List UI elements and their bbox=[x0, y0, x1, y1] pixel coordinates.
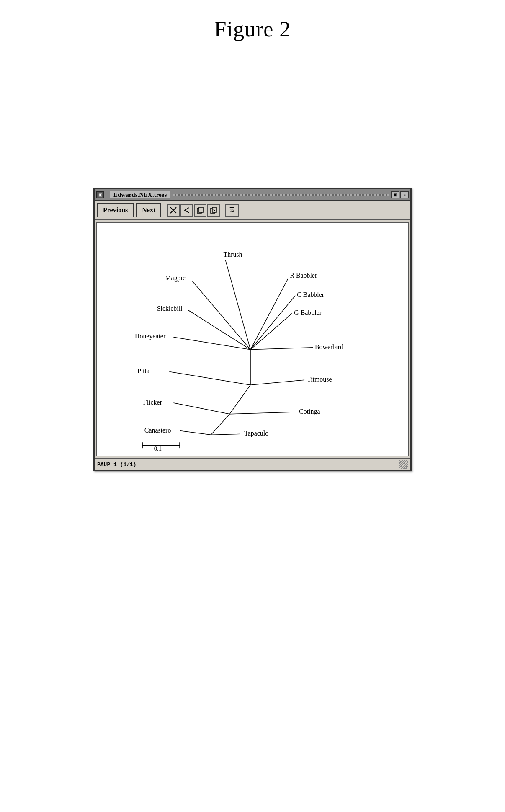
svg-text:Magpie: Magpie bbox=[165, 274, 186, 282]
arrow-icon-button[interactable] bbox=[180, 204, 193, 217]
status-text: PAUP_1 (1/1) bbox=[97, 461, 137, 468]
collapse-button[interactable]: ≡ bbox=[400, 191, 409, 198]
window-icon: ▣ bbox=[96, 191, 104, 198]
svg-text:Tapaculo: Tapaculo bbox=[244, 430, 268, 437]
svg-line-17 bbox=[250, 380, 304, 385]
svg-text:C Babbler: C Babbler bbox=[297, 291, 325, 298]
title-bar-left: ▣ bbox=[96, 191, 110, 198]
svg-text:Titmouse: Titmouse bbox=[307, 376, 332, 383]
next-button[interactable]: Next bbox=[136, 203, 161, 217]
svg-line-21 bbox=[211, 414, 230, 435]
tree-area: Thrush Magpie R Babbler C Babbler Sickle… bbox=[96, 222, 409, 456]
svg-text:0.1: 0.1 bbox=[154, 445, 162, 452]
svg-line-18 bbox=[229, 385, 250, 414]
svg-text:Thrush: Thrush bbox=[224, 251, 242, 258]
svg-line-16 bbox=[169, 371, 250, 385]
svg-text:Flicker: Flicker bbox=[143, 399, 162, 406]
svg-text:G Babbler: G Babbler bbox=[294, 309, 322, 316]
svg-rect-3 bbox=[199, 207, 203, 212]
number-button[interactable]: 12 bbox=[225, 204, 239, 217]
toolbar-icon-group bbox=[167, 204, 220, 217]
svg-line-9 bbox=[250, 279, 288, 350]
title-bar-lines-right bbox=[173, 194, 389, 196]
number-label: 12 bbox=[230, 208, 234, 213]
svg-line-22 bbox=[180, 430, 211, 435]
svg-text:Pitta: Pitta bbox=[137, 367, 149, 374]
svg-text:Bowerbird: Bowerbird bbox=[315, 343, 343, 351]
svg-line-12 bbox=[250, 313, 292, 349]
svg-line-10 bbox=[250, 296, 295, 350]
phylogenetic-tree: Thrush Magpie R Babbler C Babbler Sickle… bbox=[97, 223, 408, 456]
svg-line-19 bbox=[173, 403, 229, 414]
paste-icon-button[interactable] bbox=[207, 204, 220, 217]
window: ▣ Edwards.NEX.trees ▣ ≡ Previous Next bbox=[93, 188, 412, 471]
window-title: Edwards.NEX.trees bbox=[110, 191, 170, 199]
toolbar: Previous Next bbox=[95, 201, 410, 220]
copy-icon-button[interactable] bbox=[194, 204, 206, 217]
resize-handle[interactable] bbox=[399, 460, 408, 469]
svg-text:Sicklebill: Sicklebill bbox=[157, 305, 183, 312]
svg-text:R Babbler: R Babbler bbox=[290, 272, 317, 279]
svg-text:Honeyeater: Honeyeater bbox=[135, 333, 166, 340]
title-bar-controls: ▣ ≡ bbox=[391, 191, 409, 198]
svg-line-14 bbox=[250, 348, 313, 350]
status-bar: PAUP_1 (1/1) bbox=[95, 458, 410, 470]
svg-line-8 bbox=[192, 281, 250, 350]
svg-line-13 bbox=[173, 337, 250, 350]
cross-icon-button[interactable] bbox=[167, 204, 180, 217]
title-bar: ▣ Edwards.NEX.trees ▣ ≡ bbox=[95, 189, 410, 201]
main-content: ▣ Edwards.NEX.trees ▣ ≡ Previous Next bbox=[0, 188, 505, 471]
svg-text:Cotinga: Cotinga bbox=[299, 408, 320, 415]
svg-line-23 bbox=[211, 434, 240, 435]
previous-button[interactable]: Previous bbox=[97, 203, 134, 217]
page-title: Figure 2 bbox=[214, 17, 291, 41]
zoom-button[interactable]: ▣ bbox=[391, 191, 399, 198]
svg-text:Canastero: Canastero bbox=[144, 427, 171, 434]
svg-line-20 bbox=[229, 412, 297, 414]
